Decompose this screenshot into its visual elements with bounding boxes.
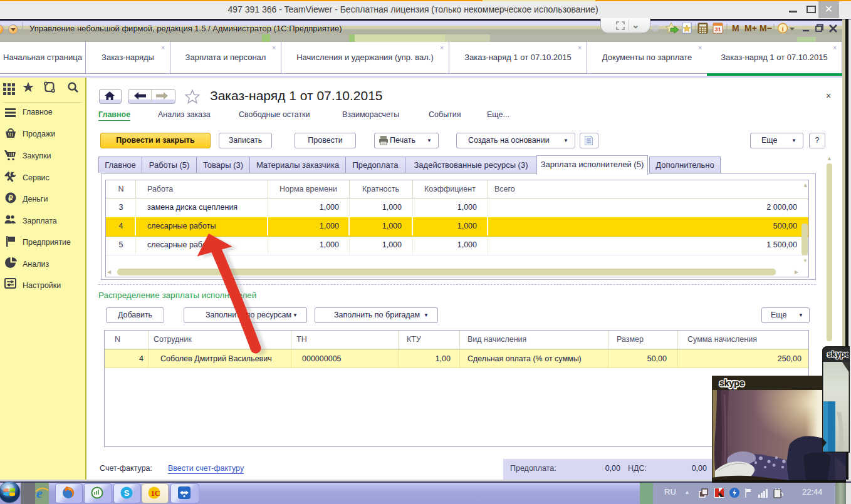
svg-text:M: M <box>732 23 739 33</box>
svg-text:31: 31 <box>714 26 721 33</box>
svg-text:S: S <box>124 488 130 498</box>
svg-text:skype: skype <box>827 350 849 359</box>
svg-text:1С: 1С <box>151 489 160 498</box>
svg-text:M−: M− <box>760 23 772 33</box>
svg-text:M+: M+ <box>744 23 757 33</box>
svg-text:i: i <box>781 25 783 33</box>
svg-text:e: e <box>36 485 43 501</box>
svg-text:skype: skype <box>719 378 744 388</box>
